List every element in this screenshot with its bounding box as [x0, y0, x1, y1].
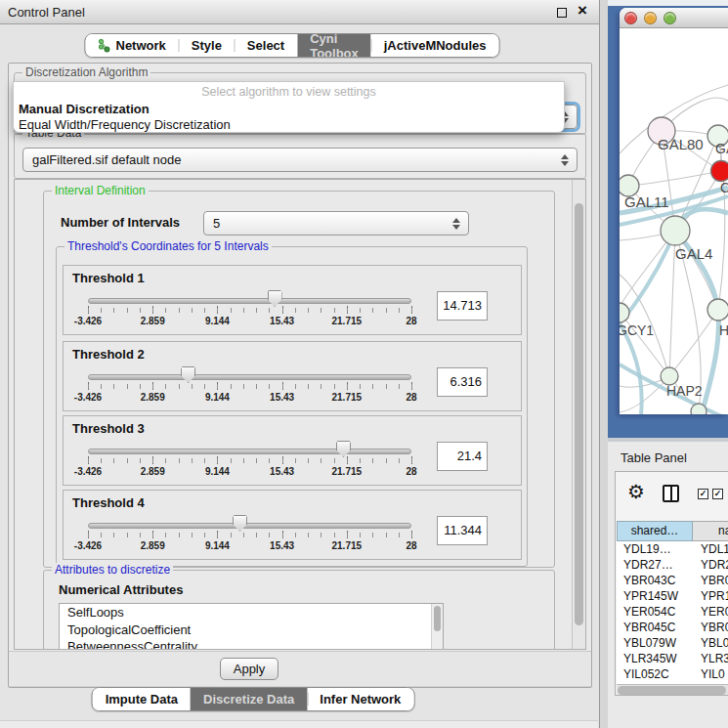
vertical-scrollbar[interactable] — [572, 180, 585, 649]
tab-discretize-data[interactable]: Discretize Data — [191, 688, 307, 710]
cell-name: YIL0 — [693, 666, 725, 682]
column-header-shared-name[interactable]: shared… — [617, 521, 693, 541]
close-icon[interactable]: × — [578, 1, 587, 21]
tick-label: 9.144 — [188, 540, 246, 551]
tab-cyni-toolbox[interactable]: Cyni Toolbox — [297, 34, 371, 57]
network-window-titlebar[interactable] — [620, 8, 728, 28]
tab-impute-data[interactable]: Impute Data — [93, 688, 191, 710]
table-row[interactable]: YIL052CYIL0 — [617, 666, 728, 682]
threshold-label: Threshold 3 — [72, 421, 145, 436]
node-table: ⚙ ✓ ✓ shared… na YDL19…YDL1YDR27…YDR2YBR… — [615, 471, 728, 696]
attributes-group: Attributes to discretize Numerical Attri… — [43, 570, 555, 650]
tab-label: Discretize Data — [203, 692, 294, 707]
combo-value: galFiltered.sif default node — [32, 152, 181, 167]
tick-label: 28 — [382, 466, 441, 477]
checkbox-checked-icon[interactable]: ✓ — [712, 489, 723, 499]
slider-track[interactable] — [88, 523, 411, 529]
column-header-name[interactable]: na — [693, 521, 728, 541]
gear-icon[interactable]: ⚙ — [627, 482, 645, 501]
table-data-combobox[interactable]: galFiltered.sif default node — [22, 148, 578, 172]
slider-track[interactable] — [88, 298, 411, 304]
network-graph: GAL80GACGAL11GAL4GCY1HHAP2 — [620, 28, 728, 414]
close-traffic-light-icon[interactable] — [624, 12, 637, 24]
network-node[interactable] — [707, 299, 728, 321]
threshold-panel: Threshold 1-3.4262.8599.14415.4321.71528… — [63, 265, 522, 335]
slider-ticks — [88, 458, 412, 463]
threshold-panel: Threshold 4-3.4262.8599.14415.4321.71528… — [63, 490, 522, 560]
cell-shared-name: YBL079W — [617, 635, 693, 651]
columns-icon[interactable] — [663, 485, 679, 502]
table-row[interactable]: YDR27…YDR2 — [617, 557, 728, 573]
attribute-list-item[interactable]: BetweennessCentrality — [60, 638, 443, 650]
control-panel-titlebar: Control Panel × — [0, 0, 599, 24]
cyni-content-panel: Discretization Algorithm Table Data galF… — [8, 63, 592, 688]
maximize-traffic-light-icon[interactable] — [664, 12, 676, 24]
network-node[interactable] — [661, 216, 690, 245]
horizontal-scrollbar[interactable] — [617, 684, 728, 696]
threshold-value-field[interactable]: 21.4 — [437, 442, 488, 471]
threshold-value-field[interactable]: 6.316 — [437, 367, 488, 397]
slider-thumb[interactable] — [233, 515, 247, 532]
tab-jactivemnodules[interactable]: jActiveMNodules — [371, 34, 499, 57]
threshold-value-field[interactable]: 14.713 — [437, 291, 488, 321]
slider-track[interactable] — [88, 449, 411, 454]
slider-thumb[interactable] — [181, 366, 195, 383]
apply-button[interactable]: Apply — [220, 658, 278, 680]
bottom-tab-bar: Impute Data Discretize Data Infer Networ… — [92, 687, 415, 711]
cell-name: YBR0 — [693, 573, 728, 588]
minimize-traffic-light-icon[interactable] — [644, 12, 657, 24]
network-edge[interactable] — [669, 310, 718, 376]
scrollbar-thumb[interactable] — [434, 606, 441, 631]
attribute-list-item[interactable]: SelfLoops — [60, 604, 443, 621]
tab-label: Infer Network — [320, 692, 401, 707]
network-edge[interactable] — [628, 171, 721, 186]
table-row[interactable]: YPR145WYPR1 — [617, 588, 728, 604]
float-icon[interactable] — [557, 8, 567, 18]
tab-infer-network[interactable]: Infer Network — [307, 688, 413, 710]
table-row[interactable]: YER054CYER0 — [617, 604, 728, 620]
tab-network[interactable]: Network — [85, 34, 178, 57]
tick-label: 15.43 — [253, 392, 312, 403]
slider-ticks — [88, 533, 412, 537]
table-row[interactable]: YLR345WYLR3 — [617, 651, 728, 666]
number-of-intervals-combobox[interactable]: 5 — [203, 211, 469, 236]
network-node[interactable] — [691, 404, 707, 414]
network-view-window[interactable]: GAL80GACGAL11GAL4GCY1HHAP2 — [620, 8, 728, 414]
dropdown-item-manual-discretization[interactable]: Manual Discretization — [19, 102, 559, 116]
combo-value: 5 — [213, 216, 220, 231]
dropdown-placeholder: Select algorithm to view settings — [14, 85, 564, 99]
network-node-label: GAL11 — [624, 193, 669, 210]
threshold-panel: Threshold 2-3.4262.8599.14415.4321.71528… — [63, 341, 522, 411]
table-row[interactable]: YBR043CYBR0 — [617, 573, 728, 588]
tab-label: Impute Data — [106, 692, 178, 707]
tab-style[interactable]: Style — [179, 34, 235, 57]
tick-label: 9.144 — [188, 316, 246, 326]
scrollbar-thumb[interactable] — [575, 203, 583, 625]
numerical-attributes-list[interactable]: SelfLoopsTopologicalCoefficientBetweenne… — [59, 603, 444, 650]
cell-shared-name: YIL052C — [617, 666, 693, 682]
table-panel: Table Panel ⚙ ✓ ✓ shared… na YDL19…YDL1Y… — [608, 442, 728, 728]
slider-track[interactable] — [88, 374, 411, 380]
list-scrollbar[interactable] — [431, 604, 443, 650]
threshold-value-field[interactable]: 11.344 — [437, 516, 488, 545]
tick-label: -3.426 — [59, 392, 117, 403]
interval-definition-group: Interval Definition Number of Intervals … — [43, 191, 555, 568]
slider-thumb[interactable] — [336, 441, 351, 457]
network-icon — [98, 38, 110, 53]
table-row[interactable]: YDL19…YDL1 — [617, 541, 728, 557]
checkbox-checked-icon[interactable]: ✓ — [698, 489, 708, 499]
network-canvas[interactable]: GAL80GACGAL11GAL4GCY1HHAP2 — [620, 28, 728, 414]
slider-thumb[interactable] — [268, 290, 282, 307]
network-edge-thick[interactable] — [702, 310, 718, 414]
group-title: Interval Definition — [52, 184, 149, 197]
tick-label: 21.715 — [318, 316, 376, 326]
table-row[interactable]: YBL079WYBL0 — [617, 635, 728, 651]
network-node[interactable] — [620, 303, 629, 322]
threshold-label: Threshold 1 — [72, 271, 145, 285]
network-node[interactable] — [711, 161, 728, 182]
table-row[interactable]: YBR045CYBR0 — [617, 620, 728, 635]
scrollbar-thumb[interactable] — [618, 686, 726, 695]
tab-select[interactable]: Select — [235, 34, 297, 57]
attribute-list-item[interactable]: TopologicalCoefficient — [60, 621, 443, 639]
dropdown-item-equal-width-frequency[interactable]: Equal Width/Frequency Discretization — [19, 117, 559, 132]
